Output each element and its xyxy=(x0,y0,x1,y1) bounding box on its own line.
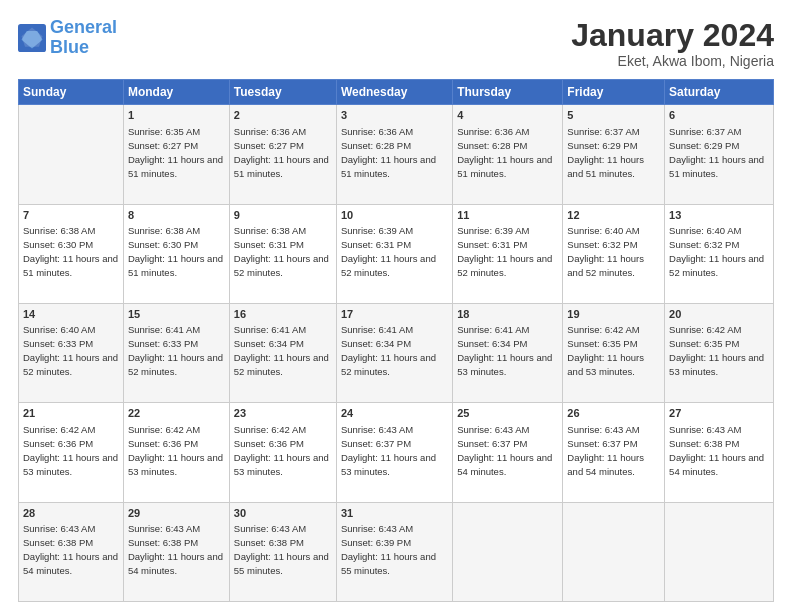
day-number: 11 xyxy=(457,208,558,223)
day-number: 19 xyxy=(567,307,660,322)
calendar-cell: 4Sunrise: 6:36 AMSunset: 6:28 PMDaylight… xyxy=(453,105,563,204)
day-number: 22 xyxy=(128,406,225,421)
cell-info: Sunrise: 6:36 AMSunset: 6:28 PMDaylight:… xyxy=(457,126,552,179)
cell-info: Sunrise: 6:36 AMSunset: 6:27 PMDaylight:… xyxy=(234,126,329,179)
day-number: 2 xyxy=(234,108,332,123)
week-row-5: 28Sunrise: 6:43 AMSunset: 6:38 PMDayligh… xyxy=(19,502,774,601)
subtitle: Eket, Akwa Ibom, Nigeria xyxy=(571,53,774,69)
day-number: 30 xyxy=(234,506,332,521)
calendar-cell: 17Sunrise: 6:41 AMSunset: 6:34 PMDayligh… xyxy=(336,303,452,402)
calendar-cell: 11Sunrise: 6:39 AMSunset: 6:31 PMDayligh… xyxy=(453,204,563,303)
day-number: 20 xyxy=(669,307,769,322)
calendar-cell: 7Sunrise: 6:38 AMSunset: 6:30 PMDaylight… xyxy=(19,204,124,303)
day-number: 1 xyxy=(128,108,225,123)
cell-info: Sunrise: 6:42 AMSunset: 6:36 PMDaylight:… xyxy=(234,424,329,477)
calendar-cell xyxy=(453,502,563,601)
column-header-wednesday: Wednesday xyxy=(336,80,452,105)
title-block: January 2024 Eket, Akwa Ibom, Nigeria xyxy=(571,18,774,69)
day-number: 15 xyxy=(128,307,225,322)
calendar-table: SundayMondayTuesdayWednesdayThursdayFrid… xyxy=(18,79,774,602)
calendar-cell: 16Sunrise: 6:41 AMSunset: 6:34 PMDayligh… xyxy=(229,303,336,402)
column-header-tuesday: Tuesday xyxy=(229,80,336,105)
day-number: 26 xyxy=(567,406,660,421)
cell-info: Sunrise: 6:41 AMSunset: 6:34 PMDaylight:… xyxy=(234,324,329,377)
column-header-saturday: Saturday xyxy=(665,80,774,105)
cell-info: Sunrise: 6:38 AMSunset: 6:30 PMDaylight:… xyxy=(23,225,118,278)
day-number: 23 xyxy=(234,406,332,421)
cell-info: Sunrise: 6:39 AMSunset: 6:31 PMDaylight:… xyxy=(341,225,436,278)
cell-info: Sunrise: 6:41 AMSunset: 6:34 PMDaylight:… xyxy=(341,324,436,377)
cell-info: Sunrise: 6:42 AMSunset: 6:35 PMDaylight:… xyxy=(669,324,764,377)
week-row-1: 1Sunrise: 6:35 AMSunset: 6:27 PMDaylight… xyxy=(19,105,774,204)
column-header-monday: Monday xyxy=(123,80,229,105)
calendar-cell: 1Sunrise: 6:35 AMSunset: 6:27 PMDaylight… xyxy=(123,105,229,204)
calendar-cell: 26Sunrise: 6:43 AMSunset: 6:37 PMDayligh… xyxy=(563,403,665,502)
cell-info: Sunrise: 6:42 AMSunset: 6:36 PMDaylight:… xyxy=(23,424,118,477)
calendar-cell: 24Sunrise: 6:43 AMSunset: 6:37 PMDayligh… xyxy=(336,403,452,502)
calendar-cell: 27Sunrise: 6:43 AMSunset: 6:38 PMDayligh… xyxy=(665,403,774,502)
header: General Blue January 2024 Eket, Akwa Ibo… xyxy=(18,18,774,69)
calendar-cell: 10Sunrise: 6:39 AMSunset: 6:31 PMDayligh… xyxy=(336,204,452,303)
calendar-cell: 6Sunrise: 6:37 AMSunset: 6:29 PMDaylight… xyxy=(665,105,774,204)
logo: General Blue xyxy=(18,18,117,58)
calendar-header-row: SundayMondayTuesdayWednesdayThursdayFrid… xyxy=(19,80,774,105)
main-title: January 2024 xyxy=(571,18,774,53)
day-number: 5 xyxy=(567,108,660,123)
day-number: 13 xyxy=(669,208,769,223)
day-number: 14 xyxy=(23,307,119,322)
cell-info: Sunrise: 6:43 AMSunset: 6:37 PMDaylight:… xyxy=(341,424,436,477)
week-row-4: 21Sunrise: 6:42 AMSunset: 6:36 PMDayligh… xyxy=(19,403,774,502)
logo-blue: Blue xyxy=(50,38,117,58)
day-number: 17 xyxy=(341,307,448,322)
week-row-2: 7Sunrise: 6:38 AMSunset: 6:30 PMDaylight… xyxy=(19,204,774,303)
day-number: 8 xyxy=(128,208,225,223)
calendar-cell: 13Sunrise: 6:40 AMSunset: 6:32 PMDayligh… xyxy=(665,204,774,303)
cell-info: Sunrise: 6:38 AMSunset: 6:30 PMDaylight:… xyxy=(128,225,223,278)
calendar-cell: 20Sunrise: 6:42 AMSunset: 6:35 PMDayligh… xyxy=(665,303,774,402)
day-number: 4 xyxy=(457,108,558,123)
cell-info: Sunrise: 6:41 AMSunset: 6:34 PMDaylight:… xyxy=(457,324,552,377)
cell-info: Sunrise: 6:41 AMSunset: 6:33 PMDaylight:… xyxy=(128,324,223,377)
column-header-thursday: Thursday xyxy=(453,80,563,105)
calendar-cell: 22Sunrise: 6:42 AMSunset: 6:36 PMDayligh… xyxy=(123,403,229,502)
cell-info: Sunrise: 6:42 AMSunset: 6:36 PMDaylight:… xyxy=(128,424,223,477)
cell-info: Sunrise: 6:43 AMSunset: 6:38 PMDaylight:… xyxy=(669,424,764,477)
cell-info: Sunrise: 6:43 AMSunset: 6:39 PMDaylight:… xyxy=(341,523,436,576)
calendar-cell: 5Sunrise: 6:37 AMSunset: 6:29 PMDaylight… xyxy=(563,105,665,204)
day-number: 7 xyxy=(23,208,119,223)
cell-info: Sunrise: 6:35 AMSunset: 6:27 PMDaylight:… xyxy=(128,126,223,179)
cell-info: Sunrise: 6:43 AMSunset: 6:38 PMDaylight:… xyxy=(23,523,118,576)
cell-info: Sunrise: 6:43 AMSunset: 6:38 PMDaylight:… xyxy=(128,523,223,576)
cell-info: Sunrise: 6:37 AMSunset: 6:29 PMDaylight:… xyxy=(669,126,764,179)
week-row-3: 14Sunrise: 6:40 AMSunset: 6:33 PMDayligh… xyxy=(19,303,774,402)
day-number: 3 xyxy=(341,108,448,123)
day-number: 25 xyxy=(457,406,558,421)
calendar-cell: 9Sunrise: 6:38 AMSunset: 6:31 PMDaylight… xyxy=(229,204,336,303)
calendar-cell: 23Sunrise: 6:42 AMSunset: 6:36 PMDayligh… xyxy=(229,403,336,502)
day-number: 9 xyxy=(234,208,332,223)
calendar-cell: 30Sunrise: 6:43 AMSunset: 6:38 PMDayligh… xyxy=(229,502,336,601)
calendar-cell: 19Sunrise: 6:42 AMSunset: 6:35 PMDayligh… xyxy=(563,303,665,402)
calendar-cell: 21Sunrise: 6:42 AMSunset: 6:36 PMDayligh… xyxy=(19,403,124,502)
calendar-cell xyxy=(19,105,124,204)
calendar-cell: 14Sunrise: 6:40 AMSunset: 6:33 PMDayligh… xyxy=(19,303,124,402)
calendar-cell: 28Sunrise: 6:43 AMSunset: 6:38 PMDayligh… xyxy=(19,502,124,601)
day-number: 6 xyxy=(669,108,769,123)
calendar-cell: 29Sunrise: 6:43 AMSunset: 6:38 PMDayligh… xyxy=(123,502,229,601)
calendar-cell: 12Sunrise: 6:40 AMSunset: 6:32 PMDayligh… xyxy=(563,204,665,303)
logo-icon xyxy=(18,24,46,52)
cell-info: Sunrise: 6:37 AMSunset: 6:29 PMDaylight:… xyxy=(567,126,644,179)
cell-info: Sunrise: 6:36 AMSunset: 6:28 PMDaylight:… xyxy=(341,126,436,179)
column-header-sunday: Sunday xyxy=(19,80,124,105)
day-number: 10 xyxy=(341,208,448,223)
cell-info: Sunrise: 6:38 AMSunset: 6:31 PMDaylight:… xyxy=(234,225,329,278)
calendar-cell: 2Sunrise: 6:36 AMSunset: 6:27 PMDaylight… xyxy=(229,105,336,204)
cell-info: Sunrise: 6:40 AMSunset: 6:32 PMDaylight:… xyxy=(669,225,764,278)
cell-info: Sunrise: 6:42 AMSunset: 6:35 PMDaylight:… xyxy=(567,324,644,377)
cell-info: Sunrise: 6:40 AMSunset: 6:33 PMDaylight:… xyxy=(23,324,118,377)
day-number: 16 xyxy=(234,307,332,322)
logo-general: General xyxy=(50,17,117,37)
day-number: 12 xyxy=(567,208,660,223)
day-number: 24 xyxy=(341,406,448,421)
day-number: 29 xyxy=(128,506,225,521)
